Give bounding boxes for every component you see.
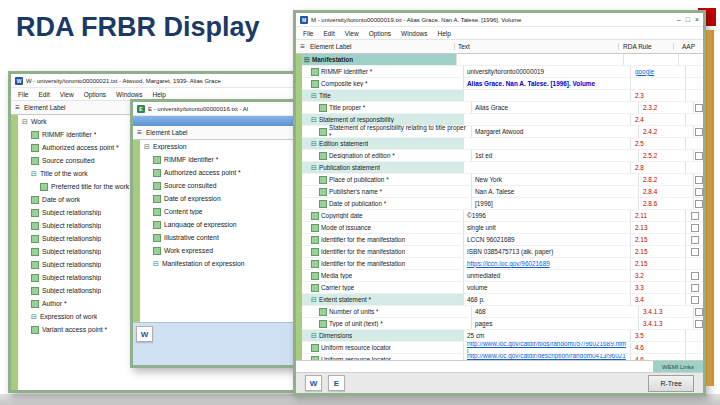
manifestation-row[interactable]: ⊟Publication statement2.8 (302, 162, 703, 174)
row-label: Composite key * (321, 80, 368, 87)
aap-checkbox[interactable] (691, 284, 699, 292)
manifestation-row[interactable]: Media typeunmediated3.2 (302, 270, 703, 282)
e-record-link-button[interactable]: E (328, 375, 345, 391)
aap-checkbox[interactable] (691, 248, 699, 256)
w-record-link-button[interactable]: W (305, 375, 322, 391)
tree-item[interactable]: Source consulted (140, 179, 297, 192)
folder-expand-icon[interactable]: ⊟ (31, 314, 37, 320)
row-label-cell: Uniform resource locator (302, 342, 464, 353)
menu-item-file[interactable]: File (303, 30, 313, 37)
aap-checkbox[interactable] (691, 224, 699, 232)
text-value: volume (467, 284, 488, 291)
folder-expand-icon[interactable]: ⊟ (31, 171, 37, 177)
aap-checkbox[interactable] (691, 272, 699, 280)
hamburger-icon[interactable]: ≡ (11, 103, 24, 112)
manifestation-row[interactable]: ⊟Extent statement *468 p.3.4 (302, 294, 703, 306)
work-record-link-button[interactable]: W (136, 326, 153, 342)
menu-item-view[interactable]: View (345, 30, 359, 37)
rda-rule-value: 2.11 (635, 212, 647, 219)
manifestation-row[interactable]: Statement of responsibility relating to … (302, 126, 703, 138)
folder-expand-icon[interactable]: ⊟ (311, 141, 317, 147)
folder-expand-icon[interactable]: ⊟ (311, 333, 317, 339)
link-value[interactable]: https://lccn.loc.gov/96021689 (467, 260, 550, 267)
manifestation-row[interactable]: RIMMF identifier *university/toronto0000… (302, 66, 703, 78)
aap-checkbox[interactable] (695, 152, 703, 160)
manifestation-row[interactable]: Date of publication *[1996]2.8.6 (302, 198, 703, 210)
manifestation-row[interactable]: Carrier typevolume3.3 (302, 282, 703, 294)
manifestation-row[interactable]: Designation of edition *1st ed2.5.2 (302, 150, 703, 162)
aap-checkbox[interactable] (691, 296, 699, 304)
tree-item[interactable]: Work expressed (140, 244, 297, 257)
manifestation-row[interactable]: Identifier for the manifestationLCCN 960… (302, 234, 703, 246)
menu-item-options[interactable]: Options (369, 30, 391, 37)
aap-checkbox[interactable] (695, 128, 703, 136)
expression-window-titlebar[interactable]: E E - university/toronto00000016.txt - A… (133, 102, 297, 116)
manifestation-row[interactable]: Type of unit (text) *pages3.4.1.3 (302, 318, 703, 330)
manifestation-row[interactable]: Copyright date©19962.11 (302, 210, 703, 222)
aap-checkbox[interactable] (695, 308, 703, 316)
manifestation-row[interactable]: Publisher's name *Nan A. Talese2.8.4 (302, 186, 703, 198)
row-label: Mode of issuance (321, 224, 371, 231)
folder-expand-icon[interactable]: ⊟ (311, 93, 317, 99)
manifestation-row[interactable]: ⊟Title2.3 (302, 90, 703, 102)
manifestation-row[interactable]: Mode of issuancesingle unit2.13 (302, 222, 703, 234)
hamburger-icon[interactable]: ≡ (296, 42, 309, 51)
tree-item[interactable]: ⊟Expression (140, 140, 297, 153)
tree-item[interactable]: RIMMF identifier * (140, 153, 297, 166)
menu-item-edit[interactable]: Edit (323, 30, 334, 37)
tree-item[interactable]: ⊟Manifestation of expression (140, 257, 297, 270)
aap-checkbox[interactable] (695, 176, 703, 184)
aap-checkbox[interactable] (695, 320, 703, 328)
menu-item-windows[interactable]: Windows (116, 91, 142, 98)
aap-checkbox[interactable] (695, 200, 703, 208)
tree-item[interactable]: Authorized access point * (140, 166, 297, 179)
manifestation-window-titlebar[interactable]: M M - university/toronto00000019.txt - A… (296, 13, 703, 27)
tree-item[interactable]: Illustrative content (140, 231, 297, 244)
maximize-icon[interactable]: □ (686, 16, 690, 23)
rtree-button[interactable]: R-Tree (648, 375, 694, 392)
row-text-cell (464, 90, 631, 101)
menu-item-windows[interactable]: Windows (401, 30, 427, 37)
manifestation-row[interactable]: Place of publication *New York2.8.2 (302, 174, 703, 186)
element-icon (319, 128, 327, 136)
rda-rule-value[interactable]: google (635, 68, 654, 75)
row-label: Publisher's name * (329, 188, 382, 195)
tree-item[interactable]: Date of expression (140, 192, 297, 205)
link-value[interactable]: http://www.loc.gov/catdir/bios/random057… (467, 342, 627, 353)
close-icon[interactable]: × (695, 16, 699, 23)
menu-item-file[interactable]: File (18, 91, 28, 98)
manifestation-row[interactable]: ⊟Edition statement2.5 (302, 138, 703, 150)
manifestation-row[interactable]: Title proper *Alias Grace2.3.2 (302, 102, 703, 114)
manifestation-row[interactable]: Identifier for the manifestationISBN 038… (302, 246, 703, 258)
manifestation-row[interactable]: Composite key *Alias Grace. Nan A. Tales… (302, 78, 703, 90)
menu-item-help[interactable]: Help (152, 91, 165, 98)
aap-checkbox[interactable] (691, 236, 699, 244)
manifestation-row[interactable]: ⊟Manifestation (302, 54, 703, 66)
manifestation-row[interactable]: ⊟Dimensions25 cm3.5 (302, 330, 703, 342)
aap-checkbox[interactable] (695, 188, 703, 196)
minimize-icon[interactable]: – (677, 16, 681, 23)
work-window-titlebar[interactable]: W W - university/toronto00000021.txt - A… (11, 74, 294, 88)
folder-expand-icon[interactable]: ⊟ (311, 165, 317, 171)
folder-expand-icon[interactable]: ⊟ (144, 144, 150, 150)
folder-expand-icon[interactable]: ⊟ (22, 119, 28, 125)
folder-expand-icon[interactable]: ⊟ (153, 261, 159, 267)
manifestation-row[interactable]: Number of units *4683.4.1.3 (302, 306, 703, 318)
row-label-cell: Publisher's name * (302, 186, 472, 197)
folder-expand-icon[interactable]: ⊟ (311, 297, 317, 303)
folder-expand-icon[interactable]: ⊟ (304, 57, 310, 63)
tree-item[interactable]: Language of expression (140, 218, 297, 231)
menu-item-edit[interactable]: Edit (38, 91, 49, 98)
hamburger-icon[interactable]: ≡ (133, 128, 146, 137)
row-rule-cell: 2.13 (631, 222, 686, 233)
menu-item-options[interactable]: Options (84, 91, 106, 98)
aap-checkbox[interactable] (695, 104, 703, 112)
aap-checkbox[interactable] (691, 212, 699, 220)
folder-expand-icon[interactable]: ⊟ (311, 117, 317, 123)
wemi-links-label: WEMI Links (653, 361, 703, 372)
menu-item-help[interactable]: Help (437, 30, 450, 37)
manifestation-row[interactable]: Uniform resource locatorhttp://www.loc.g… (302, 342, 703, 354)
menu-item-view[interactable]: View (60, 91, 74, 98)
tree-item[interactable]: Content type (140, 205, 297, 218)
manifestation-row[interactable]: Identifier for the manifestationhttps://… (302, 258, 703, 270)
